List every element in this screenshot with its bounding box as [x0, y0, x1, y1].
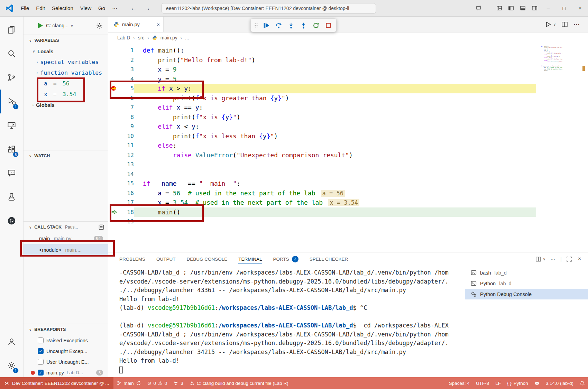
panel-tab-terminal[interactable]: TERMINAL — [238, 252, 262, 266]
gutter[interactable]: 5 — [108, 84, 134, 93]
panel-tab-ports[interactable]: PORTS3 — [273, 252, 298, 266]
gutter[interactable]: 17 — [108, 198, 134, 207]
close-tab-icon[interactable]: × — [157, 21, 160, 27]
problems-indicator[interactable]: ⊘ 0 ⚠ 0 — [144, 377, 170, 389]
github-activity-button[interactable] — [0, 209, 23, 233]
gutter[interactable]: 13 — [108, 160, 134, 169]
line-content[interactable] — [134, 160, 536, 169]
terminal-list-item[interactable]: Pythonlab_d — [465, 278, 588, 289]
debug-toolbar-drag-handle[interactable] — [253, 20, 259, 31]
tab-main-py[interactable]: main.py × — [108, 17, 164, 32]
line-content[interactable]: x = 3.54 # used in the next part of the … — [134, 198, 536, 207]
breakpoint-checkbox[interactable]: ✓ — [38, 348, 44, 354]
eol-indicator[interactable]: LF — [492, 377, 504, 389]
callstack-action-icon[interactable] — [98, 224, 104, 230]
maximize-button[interactable]: □ — [556, 0, 572, 16]
stack-frame[interactable]: <module>main.... — [24, 244, 108, 256]
step-out-button[interactable] — [298, 20, 309, 31]
remote-explorer-activity-button[interactable] — [0, 113, 23, 137]
breakpoint-item[interactable]: User Uncaught E... — [24, 356, 108, 367]
breakpoint-checkbox[interactable] — [38, 337, 44, 343]
language-indicator[interactable]: { } Python — [504, 377, 531, 389]
notifications-indicator[interactable] — [577, 377, 588, 389]
start-debug-icon[interactable] — [38, 23, 43, 28]
run-debug-activity-button[interactable]: 1 — [0, 90, 23, 113]
breakpoint-checkbox[interactable] — [38, 359, 44, 365]
indentation-indicator[interactable]: Spaces: 4 — [446, 377, 473, 389]
breakpoints-section-header[interactable]: ∨ BREAKPOINTS — [24, 324, 108, 335]
gutter[interactable]: 7 — [108, 103, 134, 112]
gutter[interactable]: 2 — [108, 55, 134, 65]
variable-item[interactable]: a = 56 — [24, 78, 108, 89]
breakpoint-item[interactable]: ✓main.pyLab D...5 — [24, 367, 108, 377]
maximize-panel-icon[interactable] — [566, 256, 572, 262]
step-into-button[interactable] — [286, 20, 296, 31]
close-button[interactable]: × — [572, 0, 588, 16]
terminal-list-item[interactable]: Python Debug Console — [465, 289, 588, 299]
run-dropdown-chevron-icon[interactable]: ∨ — [553, 22, 556, 26]
menu-selection[interactable]: Selection — [48, 3, 77, 13]
breakpoint-item[interactable]: Raised Exceptions — [24, 335, 108, 346]
code-editor[interactable]: 1def main():2print("Hello from lab-d!")3… — [108, 43, 588, 252]
breakpoint-checkbox[interactable]: ✓ — [38, 370, 44, 376]
gutter[interactable]: 12 — [108, 150, 134, 160]
line-content[interactable] — [134, 169, 536, 179]
step-over-button[interactable] — [273, 20, 284, 31]
close-panel-icon[interactable]: × — [577, 256, 582, 262]
forward-button[interactable]: → — [144, 4, 150, 12]
variables-section-header[interactable]: ∨ VARIABLES — [24, 35, 108, 46]
panel-more-actions-icon[interactable]: ⋯ — [550, 256, 556, 262]
testing-activity-button[interactable] — [0, 185, 23, 209]
gutter[interactable]: 8 — [108, 112, 134, 122]
gutter[interactable]: 15 — [108, 179, 134, 188]
breakpoint-item[interactable]: ✓Uncaught Excep... — [24, 346, 108, 356]
gutter[interactable]: 11 — [108, 141, 134, 150]
gutter[interactable]: 19 — [108, 217, 134, 226]
chevron-down-icon[interactable]: ∨ — [543, 257, 545, 261]
variables-scope-locals[interactable]: ∨Locals — [24, 46, 108, 57]
split-terminal-icon[interactable] — [535, 256, 541, 262]
breadcrumb-item[interactable]: ... — [185, 35, 189, 40]
debug-task-indicator[interactable]: C: clang build and debug current file (L… — [186, 377, 292, 389]
line-content[interactable]: if x > y: — [134, 84, 536, 93]
gutter[interactable]: 4 — [108, 74, 134, 84]
toggle-panel-icon[interactable] — [517, 3, 529, 13]
line-content[interactable]: raise ValueError("Unexpected comparison … — [134, 150, 536, 160]
line-content[interactable]: elif x < y: — [134, 122, 536, 131]
line-content[interactable]: print(f"x is greater than {y}") — [134, 93, 536, 103]
remote-indicator[interactable]: Dev Container: EEEN11202 devcontainer @ … — [0, 377, 113, 389]
extensions-activity-button[interactable]: 5 — [0, 137, 23, 161]
menu-file[interactable]: File — [17, 3, 33, 13]
explorer-activity-button[interactable] — [0, 18, 23, 42]
customize-layout-icon[interactable] — [493, 3, 505, 13]
split-editor-icon[interactable] — [561, 21, 568, 28]
run-python-file-button[interactable] — [545, 21, 551, 28]
stop-button[interactable] — [323, 20, 334, 31]
copilot-indicator[interactable] — [531, 377, 543, 389]
more-actions-icon[interactable]: ⋯ — [573, 21, 580, 28]
gutter[interactable]: 10 — [108, 131, 134, 141]
watch-section-header[interactable]: ∨ WATCH — [24, 150, 108, 161]
breadcrumb-item[interactable]: Lab D — [117, 35, 130, 40]
panel-tab-spell-checker[interactable]: SPELL CHECKER — [310, 252, 348, 266]
gutter[interactable]: 3 — [108, 65, 134, 74]
line-content[interactable]: if __name__ == "__main__": — [134, 179, 536, 188]
gutter[interactable]: 18 — [108, 207, 134, 217]
gutter[interactable]: 1 — [108, 46, 134, 55]
line-content[interactable]: elif x == y: — [134, 103, 536, 112]
variable-item[interactable]: x = 3.54 — [24, 89, 108, 100]
ports-indicator[interactable]: 3 — [170, 377, 186, 389]
gutter[interactable]: 9 — [108, 122, 134, 131]
toggle-sidebar-icon[interactable] — [505, 3, 517, 13]
gutter[interactable]: 16 — [108, 188, 134, 198]
menu-edit[interactable]: Edit — [33, 3, 48, 13]
search-activity-button[interactable] — [0, 42, 23, 66]
panel-tab-debug-console[interactable]: DEBUG CONSOLE — [187, 252, 228, 266]
terminal-cursor[interactable] — [119, 367, 123, 373]
debug-settings-gear-icon[interactable] — [96, 22, 103, 29]
callstack-section-header[interactable]: ∨ CALL STACK Paus... — [24, 222, 108, 233]
copilot-chat-icon[interactable] — [472, 3, 484, 13]
minimize-button[interactable]: – — [540, 0, 556, 16]
line-content[interactable]: a = 56 # used in the next part of the la… — [134, 188, 536, 198]
breadcrumb-item[interactable]: src — [138, 35, 145, 40]
